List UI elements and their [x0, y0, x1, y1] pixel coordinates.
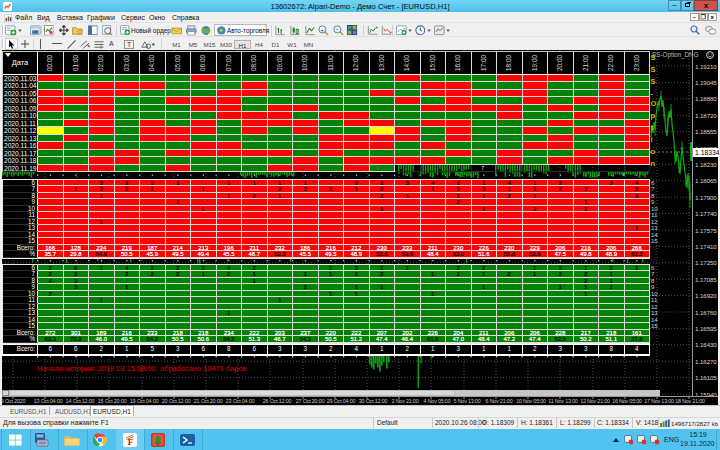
svg-text:F: F — [128, 437, 134, 447]
svg-text:−: − — [336, 26, 340, 33]
svg-text:T: T — [127, 41, 131, 48]
svg-text:+: + — [321, 26, 325, 33]
